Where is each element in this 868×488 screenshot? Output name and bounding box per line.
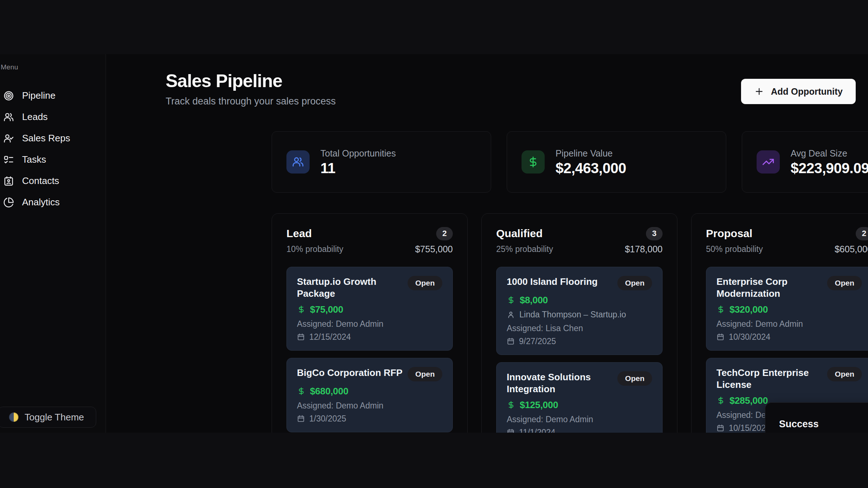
column-count-badge: 2 xyxy=(436,227,453,240)
calendar-icon xyxy=(507,337,515,345)
deal-status-badge: Open xyxy=(408,367,442,381)
column-total-value: $178,000 xyxy=(625,244,663,254)
target-icon xyxy=(3,90,14,101)
deal-card-bigco-corporation-rfp[interactable]: BigCo Corporation RFP Open $680,000 Assi… xyxy=(286,358,453,432)
deal-date: 12/15/2024 xyxy=(309,332,351,342)
sidebar-nav: Pipeline Leads Sales Reps Tasks Contacts… xyxy=(0,85,106,213)
deal-value: $320,000 xyxy=(729,304,768,315)
deal-status-badge: Open xyxy=(617,276,652,290)
stat-label: Avg Deal Size xyxy=(791,148,868,159)
deal-assigned: Assigned: Demo Admin xyxy=(297,401,442,410)
dollar-icon xyxy=(716,396,725,405)
column-count-badge: 3 xyxy=(646,227,663,240)
toggle-theme-label: Toggle Theme xyxy=(25,412,84,423)
deal-date: 9/27/2025 xyxy=(519,337,556,346)
column-total-value: $605,000 xyxy=(835,244,868,254)
pipeline-column-qualified: Qualified 3 25% probability $178,000 100… xyxy=(481,213,677,433)
success-toast[interactable]: Success xyxy=(765,402,868,433)
column-cards: Startup.io Growth Package Open $75,000 A… xyxy=(286,267,453,432)
users-icon xyxy=(3,112,14,123)
stat-card-total-opportunities: Total Opportunities 11 xyxy=(272,131,491,193)
sidebar-item-label: Sales Reps xyxy=(22,133,70,144)
deal-assigned: Assigned: Lisa Chen xyxy=(507,324,652,333)
calendar-icon xyxy=(507,428,515,433)
screen: Menu Pipeline Leads Sales Reps Tasks Con… xyxy=(0,0,868,488)
deal-status-badge: Open xyxy=(617,371,652,386)
list-todo-icon xyxy=(3,154,14,165)
deal-status-badge: Open xyxy=(408,276,442,290)
deal-assigned: Assigned: Demo Admin xyxy=(507,415,652,424)
sidebar-item-label: Tasks xyxy=(22,154,46,165)
column-probability: 25% probability xyxy=(496,244,553,254)
sidebar-item-leads[interactable]: Leads xyxy=(0,106,106,128)
deal-card-enterprise-corp-modernization[interactable]: Enterprise Corp Modernization Open $320,… xyxy=(706,267,868,351)
deal-card-innovate-solutions-integration[interactable]: Innovate Solutions Integration Open $125… xyxy=(496,362,663,433)
main-content: Sales Pipeline Track deals through your … xyxy=(106,54,868,433)
sidebar-item-sales-reps[interactable]: Sales Reps xyxy=(0,128,106,149)
deal-assigned: Assigned: Demo Admin xyxy=(297,319,442,329)
stat-label: Total Opportunities xyxy=(320,148,396,159)
sidebar-item-label: Pipeline xyxy=(22,90,56,101)
calendar-icon xyxy=(716,424,724,432)
column-probability: 10% probability xyxy=(286,244,343,254)
pie-chart-icon xyxy=(3,197,14,208)
add-opportunity-button[interactable]: Add Opportunity xyxy=(741,79,856,104)
stat-value: $2,463,000 xyxy=(556,160,626,176)
sidebar: Menu Pipeline Leads Sales Reps Tasks Con… xyxy=(0,54,106,433)
deal-value: $680,000 xyxy=(310,386,348,397)
stat-value: $223,909.091 xyxy=(791,160,868,176)
deal-title: Startup.io Growth Package xyxy=(297,276,408,300)
column-count-badge: 2 xyxy=(856,227,868,240)
deal-status-badge: Open xyxy=(827,276,862,290)
user-icon xyxy=(507,311,515,319)
sidebar-item-label: Leads xyxy=(22,111,48,123)
deal-card-startup-io-growth-package[interactable]: Startup.io Growth Package Open $75,000 A… xyxy=(286,267,453,351)
deal-value: $75,000 xyxy=(310,304,343,315)
pipeline-column-proposal: Proposal 2 50% probability $605,000 Ente… xyxy=(691,213,868,433)
column-total-value: $755,000 xyxy=(415,244,453,254)
column-title: Proposal xyxy=(706,227,752,240)
deal-value: $8,000 xyxy=(520,295,548,306)
dollar-sign-icon xyxy=(527,156,539,168)
sidebar-item-tasks[interactable]: Tasks xyxy=(0,149,106,170)
moon-icon xyxy=(9,412,18,422)
deal-status-badge: Open xyxy=(827,367,862,381)
dollar-icon xyxy=(507,296,515,304)
deal-title: TechCorp Enterprise License xyxy=(716,367,827,391)
deal-assigned: Assigned: Demo Admin xyxy=(716,319,862,329)
deal-title: Enterprise Corp Modernization xyxy=(716,276,827,300)
user-check-icon xyxy=(3,133,14,144)
trending-up-icon xyxy=(762,156,774,168)
column-probability: 50% probability xyxy=(706,244,763,254)
deal-title: Innovate Solutions Integration xyxy=(507,371,617,395)
dollar-icon xyxy=(297,387,306,395)
stat-card-avg-deal-size: Avg Deal Size $223,909.091 xyxy=(742,131,868,193)
pipeline-column-lead: Lead 2 10% probability $755,000 Startup.… xyxy=(272,213,468,433)
deal-date: 1/30/2025 xyxy=(309,414,346,424)
deal-title: 1000 Island Flooring xyxy=(507,276,617,288)
stats-row: Total Opportunities 11 Pipeline Value $2… xyxy=(272,131,868,193)
column-title: Lead xyxy=(286,227,312,240)
toggle-theme-button[interactable]: Toggle Theme xyxy=(0,407,96,428)
dollar-icon xyxy=(716,305,725,314)
stat-value: 11 xyxy=(320,160,396,176)
sidebar-menu-label: Menu xyxy=(1,63,106,71)
column-cards: 1000 Island Flooring Open $8,000 Linda T… xyxy=(496,267,663,433)
sidebar-item-label: Analytics xyxy=(22,197,60,208)
sidebar-item-label: Contacts xyxy=(22,175,59,187)
stat-label: Pipeline Value xyxy=(556,148,626,159)
deal-card-1000-island-flooring[interactable]: 1000 Island Flooring Open $8,000 Linda T… xyxy=(496,267,663,355)
users-icon xyxy=(292,156,304,168)
deal-date: 11/1/2024 xyxy=(519,428,556,433)
column-title: Qualified xyxy=(496,227,542,240)
dollar-icon xyxy=(507,401,515,409)
plus-icon xyxy=(754,86,764,97)
sidebar-item-pipeline[interactable]: Pipeline xyxy=(0,85,106,106)
sidebar-item-analytics[interactable]: Analytics xyxy=(0,192,106,213)
app-window: Menu Pipeline Leads Sales Reps Tasks Con… xyxy=(0,54,868,433)
calendar-icon xyxy=(297,333,305,341)
deal-value: $125,000 xyxy=(520,399,558,411)
calendar-icon xyxy=(716,333,724,341)
deal-date: 10/15/2024 xyxy=(729,423,770,433)
sidebar-item-contacts[interactable]: Contacts xyxy=(0,170,106,192)
